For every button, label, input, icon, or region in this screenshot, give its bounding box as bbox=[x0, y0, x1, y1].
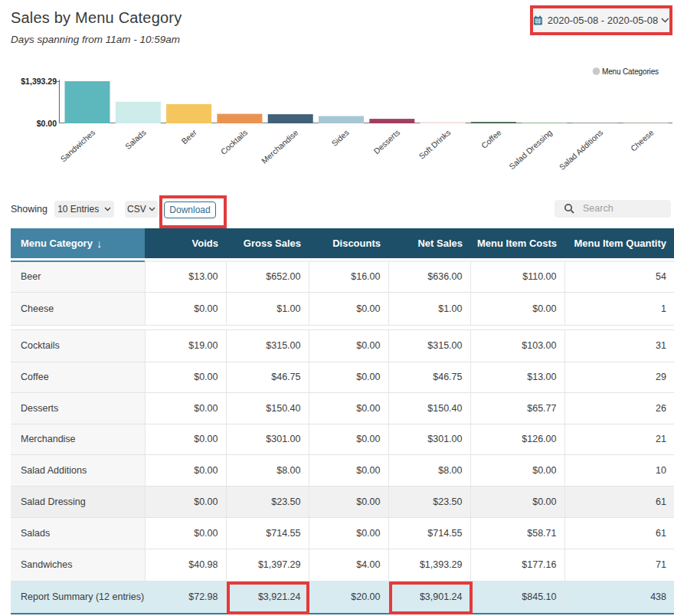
svg-text:Sandwiches: Sandwiches bbox=[58, 128, 97, 164]
svg-text:Soft Drinks: Soft Drinks bbox=[417, 128, 452, 161]
svg-text:Cheese: Cheese bbox=[629, 127, 656, 152]
svg-text:Desserts: Desserts bbox=[371, 128, 401, 156]
svg-text:Salad Additions: Salad Additions bbox=[558, 128, 605, 172]
svg-text:Merchandise: Merchandise bbox=[260, 127, 300, 165]
svg-text:$1,393.29: $1,393.29 bbox=[21, 77, 57, 86]
svg-text:Salads: Salads bbox=[123, 128, 148, 151]
svg-text:$0.00: $0.00 bbox=[37, 119, 57, 128]
svg-text:Menu Categories: Menu Categories bbox=[602, 67, 659, 76]
svg-text:Coffee: Coffee bbox=[479, 127, 503, 150]
svg-text:Beer: Beer bbox=[179, 127, 198, 146]
svg-text:Salad Dressing: Salad Dressing bbox=[507, 127, 554, 171]
svg-text:Cocktails: Cocktails bbox=[219, 128, 250, 156]
svg-text:Sides: Sides bbox=[329, 128, 351, 148]
